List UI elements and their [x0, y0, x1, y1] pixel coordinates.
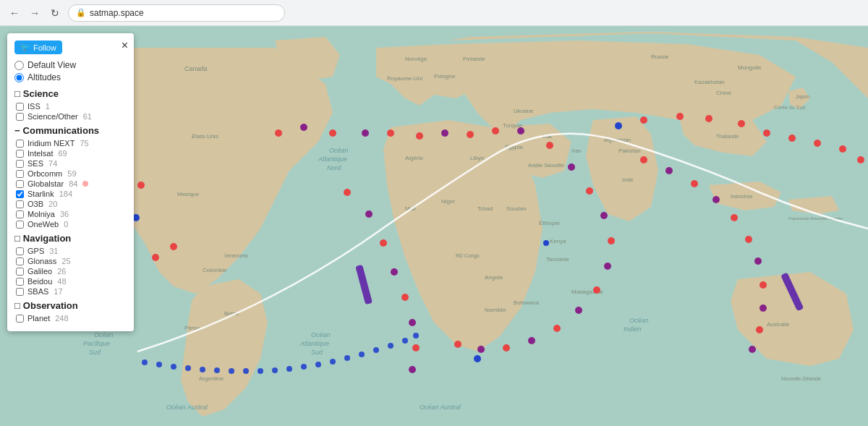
svg-point-113	[503, 344, 510, 352]
altitudes-view-option[interactable]: Altitudes	[14, 72, 127, 82]
gps-item[interactable]: GPS 31	[14, 247, 127, 255]
svg-point-123	[760, 281, 767, 289]
science-other-checkbox[interactable]	[16, 113, 24, 121]
svg-point-121	[745, 236, 752, 243]
oneweb-item[interactable]: OneWeb 0	[14, 220, 127, 229]
svg-point-102	[409, 366, 416, 373]
reload-button[interactable]: ↻	[48, 6, 62, 20]
svg-text:Océan Austral: Océan Austral	[420, 404, 461, 411]
sbas-count: 17	[54, 287, 62, 296]
iss-item[interactable]: ISS 1	[14, 102, 127, 111]
svg-text:Sud: Sud	[89, 349, 101, 356]
starlink-item[interactable]: Starlink 184	[14, 189, 127, 198]
browser-chrome: ← → ↻ 🔒 satmap.space	[0, 0, 868, 26]
glonass-item[interactable]: Glonass 25	[14, 257, 127, 265]
default-view-option[interactable]: Default View	[14, 60, 127, 70]
globalstar-count: 84	[69, 179, 77, 188]
science-other-item[interactable]: Science/Other 61	[14, 112, 127, 121]
science-section-header[interactable]: □ Science	[14, 88, 127, 99]
iridium-item[interactable]: Iridium NEXT 75	[14, 139, 127, 148]
science-collapse-icon: □	[14, 88, 20, 99]
svg-point-88	[362, 129, 369, 137]
forward-button[interactable]: →	[27, 6, 42, 20]
observation-title: Observation	[23, 300, 78, 311]
svg-point-110	[575, 307, 582, 314]
science-other-count: 61	[83, 112, 92, 121]
svg-text:RD Congo: RD Congo	[456, 253, 480, 259]
close-button[interactable]: ×	[122, 39, 128, 52]
svg-point-108	[604, 263, 611, 270]
twitter-follow-button[interactable]: 🐦 Follow	[14, 41, 62, 54]
svg-point-140	[170, 243, 177, 250]
molniya-item[interactable]: Molniya 36	[14, 210, 127, 218]
beidou-item[interactable]: Beidou 48	[14, 277, 127, 286]
galileo-item[interactable]: Galileo 26	[14, 267, 127, 276]
beidou-count: 48	[57, 277, 66, 286]
planet-checkbox[interactable]	[16, 315, 24, 323]
o3b-item[interactable]: O3B 20	[14, 200, 127, 208]
globalstar-item[interactable]: Globalstar 84	[14, 179, 127, 188]
svg-point-112	[528, 337, 535, 344]
svg-point-77	[344, 355, 350, 361]
communications-section-header[interactable]: − Communications	[14, 125, 127, 136]
ses-item[interactable]: SES 74	[14, 159, 127, 168]
iss-count: 1	[46, 102, 50, 111]
svg-text:Royaume-Uni: Royaume-Uni	[387, 75, 422, 82]
svg-point-129	[676, 113, 684, 120]
globalstar-checkbox[interactable]	[16, 180, 24, 188]
altitudes-view-radio[interactable]	[14, 73, 24, 82]
svg-point-128	[640, 116, 647, 124]
starlink-checkbox[interactable]	[16, 190, 24, 198]
svg-text:Océan Austral: Océan Austral	[166, 404, 208, 411]
svg-point-115	[454, 341, 461, 348]
glonass-checkbox[interactable]	[16, 257, 24, 265]
svg-point-93	[492, 127, 499, 135]
galileo-count: 26	[57, 267, 66, 276]
default-view-radio[interactable]	[14, 61, 24, 70]
planet-item[interactable]: Planet 248	[14, 314, 127, 323]
gps-checkbox[interactable]	[16, 247, 24, 255]
iss-checkbox[interactable]	[16, 103, 24, 111]
molniya-checkbox[interactable]	[16, 210, 24, 218]
svg-point-97	[380, 239, 387, 247]
sbas-item[interactable]: SBAS 17	[14, 287, 127, 296]
svg-text:Norvège: Norvège	[405, 56, 427, 62]
intelsat-checkbox[interactable]	[16, 150, 24, 158]
beidou-checkbox[interactable]	[16, 278, 24, 286]
iridium-checkbox[interactable]	[16, 140, 24, 148]
svg-point-106	[600, 212, 608, 219]
planet-count: 248	[55, 314, 68, 323]
intelsat-item[interactable]: Intelsat 69	[14, 149, 127, 158]
orbcomm-item[interactable]: Orbcomm 59	[14, 169, 127, 178]
svg-text:Algérie: Algérie	[405, 155, 423, 161]
ses-checkbox[interactable]	[16, 160, 24, 168]
galileo-checkbox[interactable]	[16, 268, 24, 276]
svg-text:Arabie Saoudite: Arabie Saoudite	[528, 163, 564, 168]
svg-text:Inde: Inde	[622, 176, 634, 183]
back-button[interactable]: ←	[7, 6, 22, 20]
o3b-checkbox[interactable]	[16, 200, 24, 208]
sbas-checkbox[interactable]	[16, 288, 24, 296]
orbcomm-checkbox[interactable]	[16, 170, 24, 178]
svg-text:Corée du Sud: Corée du Sud	[774, 105, 805, 110]
intelsat-label: Intelsat	[27, 149, 53, 158]
oneweb-checkbox[interactable]	[16, 221, 24, 229]
address-bar[interactable]: 🔒 satmap.space	[68, 4, 285, 22]
svg-text:Nord: Nord	[327, 164, 342, 171]
svg-point-135	[839, 145, 846, 153]
observation-section-header[interactable]: □ Observation	[14, 300, 127, 311]
gps-label: GPS	[27, 247, 44, 255]
navigation-section-header[interactable]: □ Navigation	[14, 233, 127, 244]
svg-point-107	[608, 237, 615, 244]
glonass-label: Glonass	[27, 257, 56, 265]
svg-point-100	[409, 319, 416, 326]
svg-text:Mexique: Mexique	[177, 191, 200, 197]
svg-point-133	[788, 135, 796, 142]
svg-text:Botswana: Botswana	[514, 299, 540, 306]
url-text: satmap.space	[90, 8, 144, 18]
svg-point-82	[413, 333, 419, 338]
svg-point-126	[749, 346, 756, 353]
svg-point-138	[543, 240, 549, 246]
globalstar-label: Globalstar	[27, 179, 64, 188]
svg-point-76	[330, 359, 336, 365]
